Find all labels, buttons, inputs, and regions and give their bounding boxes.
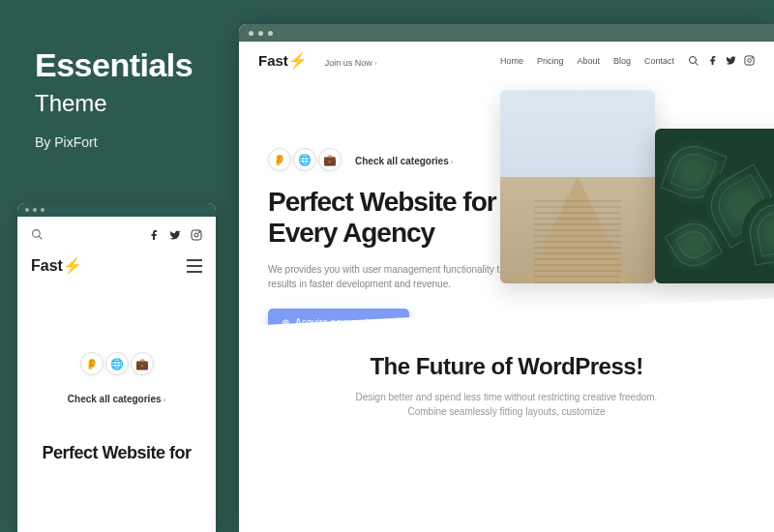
svg-point-4 — [199, 231, 200, 232]
theme-title: Essentials — [35, 46, 193, 84]
category-icons: 👂 🌐 💼 — [31, 352, 202, 375]
svg-line-6 — [696, 62, 699, 65]
svg-point-8 — [748, 59, 752, 63]
nav-pricing[interactable]: Pricing — [537, 56, 564, 66]
nav-contact[interactable]: Contact — [644, 56, 674, 66]
instagram-icon[interactable] — [191, 229, 202, 241]
globe-icon: 🌐 — [105, 352, 129, 375]
svg-point-0 — [33, 230, 41, 238]
mobile-logo[interactable]: Fast⚡ — [31, 256, 82, 275]
briefcase-icon: 💼 — [318, 148, 342, 171]
svg-point-5 — [690, 56, 697, 63]
ear-icon: 👂 — [268, 148, 291, 171]
mobile-preview: Fast⚡ 👂 🌐 💼 Check all categories› Perfec… — [17, 203, 216, 532]
check-categories-link[interactable]: Check all categories› — [31, 389, 202, 406]
search-icon[interactable] — [688, 55, 700, 67]
future-description: Design better and spend less time withou… — [347, 390, 667, 419]
facebook-icon[interactable] — [707, 55, 718, 66]
desktop-logo[interactable]: Fast⚡ — [258, 51, 308, 70]
svg-point-3 — [194, 233, 198, 237]
twitter-icon[interactable] — [169, 229, 181, 241]
nav-home[interactable]: Home — [500, 56, 523, 66]
desktop-window-chrome — [239, 24, 774, 42]
hero-image-building — [500, 90, 655, 283]
nav-blog[interactable]: Blog — [613, 56, 631, 66]
hero-image-plants — [655, 129, 774, 283]
svg-line-1 — [39, 236, 42, 239]
search-icon[interactable] — [31, 228, 44, 241]
future-title: The Future of WordPress! — [307, 353, 706, 380]
ear-icon: 👂 — [80, 352, 104, 375]
mobile-headline: Perfect Website for — [31, 443, 202, 463]
instagram-icon[interactable] — [744, 55, 755, 66]
nav-about[interactable]: About — [577, 56, 600, 66]
hero-description: We provides you with user management fun… — [268, 262, 520, 291]
theme-author: By PixFort — [35, 134, 193, 150]
hamburger-icon[interactable] — [187, 259, 202, 273]
twitter-icon[interactable] — [726, 55, 736, 66]
facebook-icon[interactable] — [148, 229, 160, 241]
theme-subtitle: Theme — [35, 90, 193, 117]
briefcase-icon: 💼 — [131, 352, 154, 375]
mobile-window-chrome — [17, 203, 216, 217]
globe-icon: 🌐 — [293, 148, 316, 171]
main-nav: Fast⚡ Join us Now› Home Pricing About Bl… — [239, 42, 774, 80]
check-categories-link[interactable]: Check all categories› — [355, 151, 453, 168]
svg-point-9 — [752, 57, 753, 58]
hero-title: Perfect Website for Every Agency — [268, 187, 520, 249]
desktop-preview: Fast⚡ Join us Now› Home Pricing About Bl… — [239, 24, 774, 532]
join-link[interactable]: Join us Now› — [325, 52, 377, 70]
